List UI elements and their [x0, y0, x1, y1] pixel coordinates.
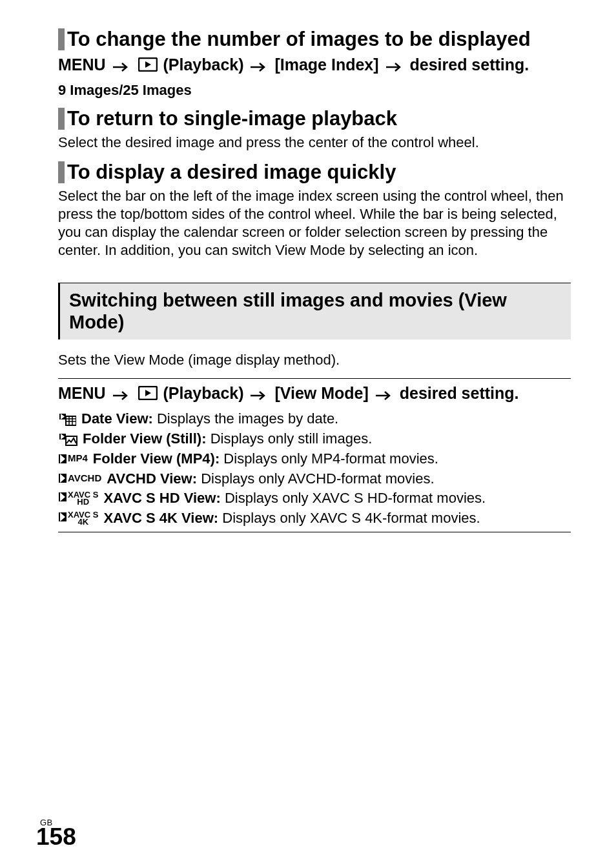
heading-return-single: To return to single-image playback — [58, 108, 571, 130]
list-item-desc: Displays only still images. — [207, 430, 373, 447]
playback-icon — [138, 56, 158, 77]
menu-playback-label: (Playback) — [163, 56, 243, 74]
list-item: Date View: Displays the images by date. — [58, 409, 571, 429]
view-mode-list: Date View: Displays the images by date. … — [58, 409, 571, 527]
menu-prefix: MENU — [58, 56, 106, 74]
svg-marker-2 — [145, 61, 151, 68]
heading-view-mode: Switching between still images and movie… — [58, 283, 571, 339]
list-item: MP4 Folder View (MP4): Displays only MP4… — [58, 449, 571, 469]
list-item: Folder View (Still): Displays only still… — [58, 429, 571, 449]
date-view-icon — [58, 412, 76, 426]
playback-icon — [138, 384, 158, 406]
xavcs-hd-icon-text: XAVC SHD — [68, 491, 98, 505]
menu-playback-label: (Playback) — [163, 384, 243, 402]
arrow-right-icon — [113, 384, 130, 406]
heading-bar-icon — [58, 108, 65, 130]
body-display-quickly: Select the bar on the left of the image … — [58, 187, 571, 260]
menu-path-image-index: MENU (Playback) [Image Index] desired se… — [58, 54, 571, 77]
arrow-right-icon — [386, 56, 403, 77]
list-item-label: Folder View (MP4): — [93, 450, 220, 467]
heading-display-quickly: To display a desired image quickly — [58, 161, 571, 183]
arrow-right-icon — [113, 56, 130, 77]
list-item-label: XAVC S 4K View: — [103, 510, 218, 526]
menu-suffix-label: desired setting. — [410, 56, 529, 74]
list-item-label: XAVC S HD View: — [103, 490, 220, 506]
list-item-label: Folder View (Still): — [83, 430, 207, 447]
list-item: XAVC S4K XAVC S 4K View: Displays only X… — [58, 509, 571, 528]
menu-item-label: [Image Index] — [274, 56, 378, 74]
menu-item-label: [View Mode] — [274, 384, 368, 402]
images-count-options: 9 Images/25 Images — [58, 82, 571, 99]
heading-text: To change the number of images to be dis… — [67, 28, 531, 50]
menu-prefix: MENU — [58, 384, 106, 402]
menu-suffix-label: desired setting. — [400, 384, 519, 402]
xavcs-4k-view-icon: XAVC S4K — [58, 511, 98, 525]
arrow-right-icon — [251, 56, 267, 77]
page-number: 158 — [36, 825, 76, 849]
list-item: AVCHD AVCHD View: Displays only AVCHD-fo… — [58, 469, 571, 489]
svg-rect-10 — [66, 416, 76, 425]
avchd-view-icon: AVCHD — [58, 473, 101, 483]
heading-text: To display a desired image quickly — [67, 161, 396, 183]
view-mode-intro: Sets the View Mode (image display method… — [58, 351, 571, 369]
arrow-right-icon — [251, 384, 267, 406]
arrow-right-icon — [376, 384, 393, 406]
list-item-label: AVCHD View: — [107, 470, 197, 487]
svg-marker-7 — [145, 390, 151, 396]
list-item-desc: Displays only XAVC S 4K-format movies. — [218, 510, 480, 526]
divider — [58, 378, 571, 379]
folder-mp4-icon: MP4 — [58, 454, 88, 464]
avchd-icon-text: AVCHD — [68, 474, 101, 483]
page: To change the number of images to be dis… — [0, 0, 616, 868]
list-item-desc: Displays the images by date. — [153, 410, 338, 427]
list-item-desc: Displays only MP4-format movies. — [220, 450, 438, 467]
menu-path-view-mode: MENU (Playback) [View Mode] desired sett… — [58, 383, 571, 405]
mp4-icon-text: MP4 — [68, 454, 88, 463]
page-footer: GB 158 — [36, 818, 76, 849]
xavcs-hd-view-icon: XAVC SHD — [58, 491, 98, 505]
list-item-label: Date View: — [81, 410, 153, 427]
heading-bar-icon — [58, 28, 65, 50]
folder-still-icon — [58, 432, 77, 446]
heading-bar-icon — [58, 161, 65, 183]
list-item-desc: Displays only XAVC S HD-format movies. — [221, 490, 486, 506]
divider — [58, 532, 571, 532]
xavcs-4k-icon-text: XAVC S4K — [68, 511, 98, 525]
heading-change-number: To change the number of images to be dis… — [58, 28, 571, 50]
list-item: XAVC SHD XAVC S HD View: Displays only X… — [58, 489, 571, 508]
list-item-desc: Displays only AVCHD-format movies. — [197, 470, 435, 487]
body-return-single: Select the desired image and press the c… — [58, 134, 571, 152]
heading-text: To return to single-image playback — [67, 108, 397, 130]
